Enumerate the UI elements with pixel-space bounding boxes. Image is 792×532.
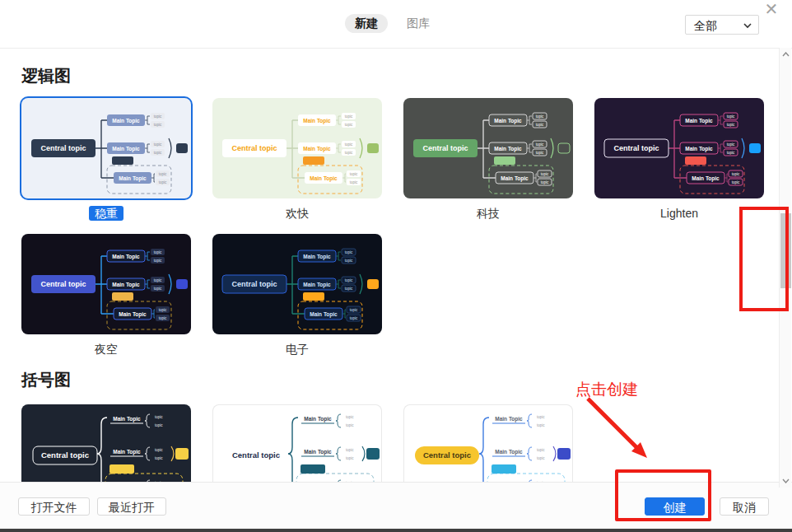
template-thumbnail[interactable]: Central topicMain TopictopictopicMain To… bbox=[403, 404, 573, 482]
template-label: 稳重 bbox=[21, 205, 191, 222]
svg-text:topic: topic bbox=[155, 423, 163, 427]
svg-text:Central topic: Central topic bbox=[231, 280, 277, 288]
new-file-dialog: 新建 图库 全部 ✕ 逻辑图Central topicMain TopicMai… bbox=[0, 0, 792, 532]
svg-text:topic: topic bbox=[154, 151, 162, 155]
svg-text:topic: topic bbox=[537, 456, 545, 460]
svg-text:topic: topic bbox=[159, 308, 167, 312]
template-card-0-2[interactable]: Central topicMain TopicMain TopicMain To… bbox=[403, 98, 573, 222]
svg-text:topic: topic bbox=[536, 151, 544, 155]
svg-text:topic: topic bbox=[345, 151, 353, 155]
svg-text:topic: topic bbox=[155, 415, 163, 419]
svg-text:topic: topic bbox=[345, 278, 353, 282]
template-label: 夜空 bbox=[21, 341, 191, 358]
svg-text:Main Topic: Main Topic bbox=[685, 146, 713, 152]
template-thumbnail[interactable]: Central topicMain TopicMain TopicMain To… bbox=[21, 234, 191, 334]
svg-text:topic: topic bbox=[350, 180, 358, 184]
create-button[interactable]: 创建 bbox=[645, 497, 705, 516]
close-icon[interactable]: ✕ bbox=[761, 0, 782, 20]
template-thumbnail[interactable]: Central topicMain TopicMain TopicMain To… bbox=[21, 98, 191, 198]
template-scroll-area: 逻辑图Central topicMain TopicMain TopicMain… bbox=[0, 48, 779, 482]
scroll-up-icon[interactable] bbox=[782, 52, 790, 57]
template-card-1-2[interactable]: Central topicMain TopictopictopicMain To… bbox=[403, 404, 573, 482]
svg-text:topic: topic bbox=[154, 278, 162, 282]
svg-text:Main Topic: Main Topic bbox=[112, 254, 140, 260]
svg-text:topic: topic bbox=[154, 123, 162, 127]
cancel-button[interactable]: 取消 bbox=[720, 497, 769, 516]
svg-text:topic: topic bbox=[541, 180, 549, 184]
scrollbar[interactable] bbox=[779, 48, 791, 488]
tab-gallery[interactable]: 图库 bbox=[407, 16, 430, 31]
template-thumbnail[interactable]: Central topicMain TopictopictopicMain To… bbox=[212, 404, 382, 482]
scrollbar-thumb[interactable] bbox=[780, 213, 791, 288]
template-card-0-4[interactable]: Central topicMain TopicMain TopicMain To… bbox=[21, 234, 191, 358]
svg-text:Central topic: Central topic bbox=[232, 450, 280, 460]
template-thumbnail[interactable]: Central topicMain TopicMain TopicMain To… bbox=[594, 98, 764, 198]
svg-text:Main Topic: Main Topic bbox=[692, 175, 720, 182]
svg-text:topic: topic bbox=[732, 172, 740, 176]
svg-text:topic: topic bbox=[345, 123, 353, 127]
template-card-0-0[interactable]: Central topicMain TopicMain TopicMain To… bbox=[21, 98, 191, 222]
scroll-down-icon[interactable] bbox=[782, 478, 790, 483]
svg-text:Main Topic: Main Topic bbox=[495, 449, 523, 455]
svg-text:topic: topic bbox=[154, 259, 162, 263]
category-filter-value: 全部 bbox=[694, 19, 717, 32]
open-file-button[interactable]: 打开文件 bbox=[18, 497, 90, 516]
svg-text:topic: topic bbox=[346, 456, 354, 460]
svg-text:topic: topic bbox=[727, 142, 735, 147]
template-label: Lighten bbox=[594, 205, 764, 222]
window-bottom-strip bbox=[0, 529, 792, 532]
svg-text:Main Topic: Main Topic bbox=[119, 175, 147, 182]
svg-text:Main Topic: Main Topic bbox=[501, 175, 529, 182]
template-thumbnail[interactable]: Central topicMain TopictopictopicMain To… bbox=[21, 404, 191, 482]
svg-text:topic: topic bbox=[537, 448, 545, 452]
chevron-down-icon bbox=[743, 23, 752, 29]
svg-text:Central topic: Central topic bbox=[613, 144, 659, 152]
svg-text:topic: topic bbox=[345, 259, 353, 263]
svg-text:topic: topic bbox=[155, 448, 163, 452]
svg-text:topic: topic bbox=[154, 287, 162, 291]
svg-text:Main Topic: Main Topic bbox=[310, 175, 338, 182]
template-thumbnail[interactable]: Central topicMain TopicMain TopicMain To… bbox=[403, 98, 573, 198]
svg-text:topic: topic bbox=[345, 287, 353, 291]
template-card-1-1[interactable]: Central topicMain TopictopictopicMain To… bbox=[212, 404, 382, 482]
svg-text:Main Topic: Main Topic bbox=[685, 118, 713, 124]
svg-text:topic: topic bbox=[732, 180, 740, 184]
svg-text:Main Topic: Main Topic bbox=[119, 311, 147, 318]
svg-text:topic: topic bbox=[154, 114, 162, 119]
svg-text:topic: topic bbox=[727, 123, 735, 127]
template-card-1-0[interactable]: Central topicMain TopictopictopicMain To… bbox=[21, 404, 191, 482]
svg-text:topic: topic bbox=[346, 423, 354, 427]
template-card-0-3[interactable]: Central topicMain TopicMain TopicMain To… bbox=[594, 98, 764, 222]
template-label: 欢快 bbox=[212, 205, 382, 222]
svg-text:topic: topic bbox=[541, 172, 549, 176]
svg-text:Main Topic: Main Topic bbox=[304, 449, 332, 455]
svg-text:topic: topic bbox=[346, 448, 354, 452]
template-thumbnail[interactable]: Central topicMain TopicMain TopicMain To… bbox=[212, 234, 382, 334]
svg-text:Main Topic: Main Topic bbox=[303, 254, 331, 260]
svg-text:Main Topic: Main Topic bbox=[112, 282, 140, 288]
recent-open-button[interactable]: 最近打开 bbox=[97, 497, 166, 516]
svg-text:Main Topic: Main Topic bbox=[303, 118, 331, 124]
category-filter-select[interactable]: 全部 bbox=[685, 15, 759, 35]
svg-text:topic: topic bbox=[345, 142, 353, 147]
svg-text:Central topic: Central topic bbox=[40, 280, 86, 288]
tab-new[interactable]: 新建 bbox=[345, 14, 388, 33]
svg-text:Main Topic: Main Topic bbox=[112, 146, 140, 152]
template-card-0-5[interactable]: Central topicMain TopicMain TopicMain To… bbox=[212, 234, 382, 358]
svg-text:topic: topic bbox=[154, 250, 162, 254]
section-title: 逻辑图 bbox=[21, 48, 779, 86]
svg-text:topic: topic bbox=[159, 172, 167, 176]
template-thumbnail[interactable]: Central topicMain TopicMain TopicMain To… bbox=[212, 98, 382, 198]
svg-text:topic: topic bbox=[536, 142, 544, 147]
template-card-0-1[interactable]: Central topicMain TopicMain TopicMain To… bbox=[212, 98, 382, 222]
svg-text:topic: topic bbox=[536, 123, 544, 127]
svg-text:Main Topic: Main Topic bbox=[304, 416, 332, 422]
svg-text:topic: topic bbox=[727, 114, 735, 119]
svg-text:topic: topic bbox=[155, 456, 163, 460]
dialog-header: 新建 图库 全部 ✕ bbox=[0, 0, 792, 49]
svg-text:topic: topic bbox=[350, 308, 358, 312]
svg-text:topic: topic bbox=[159, 316, 167, 320]
svg-text:Main Topic: Main Topic bbox=[494, 146, 522, 152]
svg-text:topic: topic bbox=[350, 316, 358, 320]
svg-text:Main Topic: Main Topic bbox=[495, 416, 523, 422]
